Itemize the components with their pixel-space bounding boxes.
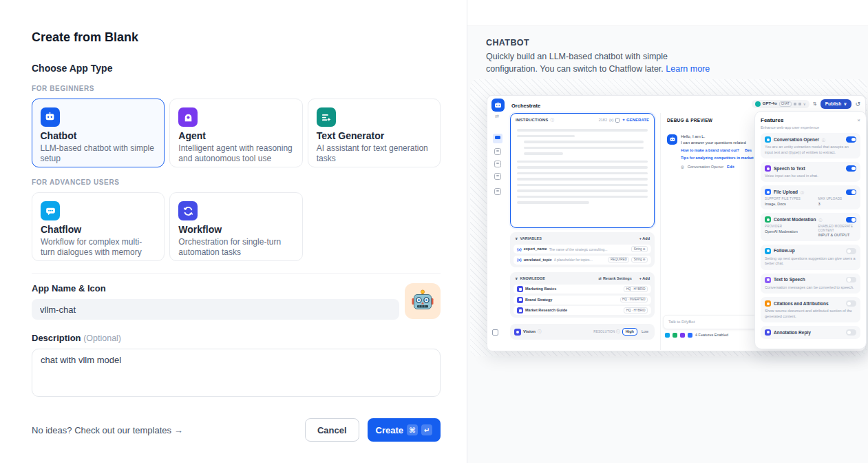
card-desc: Orchestration for single-turn automation… (178, 237, 293, 258)
feature-file-upload: File Upload ⓘ SUPPORT FILE TYPESImage, D… (761, 185, 860, 209)
workflow-icon (178, 201, 198, 220)
toggle (846, 248, 856, 254)
arrow-right-icon: → (174, 425, 183, 435)
sidebar-icon (494, 148, 501, 155)
chevron-down-icon: ∨ (843, 101, 847, 107)
info-icon: ⓘ (801, 190, 804, 194)
chatflow-icon (41, 201, 60, 220)
follow-up-icon (765, 248, 771, 254)
toggle (846, 329, 856, 336)
resolution-high-option: High (622, 328, 637, 336)
toggle (846, 136, 856, 143)
add-knowledge-button: + Add (639, 276, 650, 281)
app-name-input[interactable] (32, 299, 399, 320)
card-desc: LLM-based chatbot with simple setup (41, 143, 156, 164)
cancel-button[interactable]: Cancel (305, 418, 359, 442)
text-to-speech-icon (765, 277, 771, 283)
chevron-down-icon: ∨ (515, 276, 518, 281)
feature-mini-icon (680, 333, 685, 338)
browse-templates-link[interactable]: No ideas? Check out our templates → (32, 425, 183, 435)
vision-icon (514, 329, 521, 336)
preview-page-title: Orchestrate (511, 103, 540, 109)
create-from-blank-modal: Create from Blank Choose App Type FOR BE… (0, 0, 467, 463)
model-capability-icon (794, 103, 796, 105)
document-icon (517, 307, 523, 313)
document-icon (517, 286, 523, 292)
app-type-card-chatbot[interactable]: Chatbot LLM-based chatbot with simple se… (32, 99, 165, 167)
feature-mini-icon (665, 333, 670, 338)
knowledge-row: Brand Strategy HQ · INVERTED (514, 296, 651, 305)
info-icon: ⓘ (822, 138, 825, 142)
feature-mini-icon (673, 333, 677, 338)
agent-icon (178, 107, 198, 127)
create-button[interactable]: Create ⌘ ↵ (368, 418, 441, 442)
speech-to-text-icon (765, 165, 771, 172)
sidebar-icon (494, 188, 501, 195)
feature-follow-up: Follow-up Setting up next questions sugg… (761, 245, 860, 270)
card-title: Agent (178, 130, 293, 141)
app-icon-picker[interactable] (405, 283, 441, 319)
description-textarea[interactable]: chat with vllm model (32, 349, 441, 397)
model-selector-chip: GPT-4o CHAT ∨ (752, 100, 809, 108)
knowledge-row: Marketing Basics HQ · HYBRID (514, 285, 651, 294)
choose-app-type-label: Choose App Type (32, 63, 441, 74)
variable-row: {x} unrelated_topic A placeholder for to… (514, 256, 651, 265)
copy-icon (615, 118, 620, 123)
feature-speech-to-text: Speech to Text Voice input can be used i… (761, 162, 860, 182)
robot-emoji-icon (410, 289, 435, 313)
features-panel: Features × Enhance web-app user experien… (754, 111, 867, 349)
create-app-screen: Create from Blank Choose App Type FOR BE… (0, 0, 868, 463)
generate-button: ✦ GENERATE (622, 118, 649, 123)
bot-avatar (667, 134, 677, 145)
document-icon (517, 297, 523, 303)
learn-more-link[interactable]: Learn more (666, 64, 710, 74)
collapse-icon (492, 329, 498, 336)
feature-annotation-reply: Annotation Reply (761, 326, 860, 339)
chevron-down-icon: ∨ (515, 236, 518, 241)
feature-citations: Citations and Attributions Show source d… (761, 297, 860, 322)
resolution-low-option: Low (639, 329, 650, 336)
advanced-app-type-cards: Chatflow Workflow for complex multi-turn… (32, 192, 441, 261)
instructions-panel: INSTRUCTIONS ⓘ 2182 {x} ✦ GENERATE (510, 113, 655, 228)
variable-row: {x} expert_name The name of the strategi… (514, 245, 651, 254)
enter-key-icon: ↵ (421, 424, 432, 435)
for-advanced-users-label: FOR ADVANCED USERS (32, 178, 441, 186)
vision-section: Vision ⓘ RESOLUTION ⓘ High Low (510, 324, 655, 340)
close-icon: × (857, 117, 860, 124)
add-variable-button: + Add (639, 236, 650, 241)
panel-heading: CHATBOT (486, 38, 529, 48)
chatbot-icon (41, 107, 60, 127)
feature-text-to-speech: Text to Speech Conversation messages can… (761, 274, 860, 294)
info-icon: ⓘ (616, 329, 620, 333)
edit-link: Edit (727, 165, 734, 169)
app-type-card-chatflow[interactable]: Chatflow Workflow for complex multi-turn… (32, 192, 165, 261)
sidebar-orchestrate-icon (493, 134, 502, 143)
file-upload-icon (765, 189, 771, 195)
annotation-reply-icon (765, 329, 771, 336)
app-type-card-text-generator[interactable]: Text Generator AI assistant for text gen… (308, 99, 441, 167)
modal-title: Create from Blank (32, 30, 441, 45)
optional-hint: (Optional) (83, 333, 121, 343)
toggle (846, 217, 856, 223)
feature-conversation-opener: Conversation Opener ⓘ You are an entity … (761, 133, 860, 158)
history-icon: ↺ (855, 101, 860, 108)
placeholder-text-lines (511, 125, 654, 212)
rerank-icon: ⇄ (598, 276, 602, 281)
preview-hatch-area: Orchestrate GPT-4o CHAT ∨ ⇅ Publish∨ ↺ (470, 79, 867, 356)
variable-token-icon: {x} (609, 118, 613, 123)
for-beginners-label: FOR BEGINNERS (32, 85, 441, 92)
opener-icon: ◎ (681, 165, 684, 169)
switch-app-icon: ⇄ (495, 114, 499, 119)
app-type-card-workflow[interactable]: Workflow Orchestration for single-turn a… (169, 192, 302, 261)
toggle (846, 165, 856, 172)
panel-description: Quickly build an LLM-based chatbot with … (486, 50, 717, 75)
modal-footer: No ideas? Check out our templates → Canc… (32, 418, 441, 442)
feature-mini-icon (688, 333, 692, 338)
beginner-app-type-cards: Chatbot LLM-based chatbot with simple se… (32, 99, 441, 167)
description-label: Description (Optional) (32, 333, 441, 343)
info-icon: ⓘ (538, 329, 542, 334)
card-desc: Intelligent agent with reasoning and aut… (178, 143, 293, 164)
toggle (846, 277, 856, 283)
app-type-card-agent[interactable]: Agent Intelligent agent with reasoning a… (169, 99, 302, 167)
model-capability-icon (798, 103, 801, 105)
